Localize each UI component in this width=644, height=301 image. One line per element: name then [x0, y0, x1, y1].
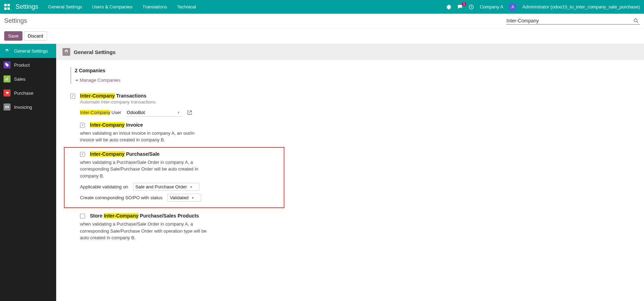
sidebar-item-invoicing[interactable]: Invoicing [0, 100, 56, 114]
activities-icon[interactable] [468, 4, 474, 10]
intercompany-user-row: Inter-Company User ▼ [80, 109, 281, 116]
menu-translations[interactable]: Translations [143, 4, 167, 9]
applicable-on-select[interactable]: Sale and Purchase Order ▾ [133, 183, 200, 191]
setting-title: Inter-Company Purchase/Sale [90, 151, 159, 157]
sidebar-item-purchase[interactable]: Purchase [0, 86, 56, 100]
navbar-menu: General Settings Users & Companies Trans… [48, 4, 196, 9]
chevron-down-icon: ▾ [190, 185, 192, 189]
chart-icon [4, 75, 11, 82]
intercompany-user-select[interactable] [126, 109, 182, 116]
money-icon [4, 103, 11, 111]
section-title: General Settings [74, 49, 116, 55]
settings-body: 2 Companies Manage Companies Inter-Compa… [56, 60, 295, 257]
external-link-icon[interactable] [187, 110, 192, 115]
save-button[interactable]: Save [4, 31, 22, 41]
checkbox-invoice[interactable] [80, 123, 85, 128]
search-wrap [506, 17, 640, 25]
search-input[interactable] [506, 18, 632, 24]
content: General Settings 2 Companies Manage Comp… [56, 44, 644, 301]
section-header: General Settings [56, 44, 644, 60]
manage-companies-label: Manage Companies [80, 78, 120, 83]
gear-icon [4, 47, 11, 54]
companies-block: 2 Companies Manage Companies [70, 67, 281, 84]
field-label: Create corresponding SO/PO with status [80, 195, 163, 200]
svg-point-1 [634, 19, 637, 22]
setting-store-products: Store Inter-Company Purchase/Sales Produ… [80, 213, 281, 219]
highlight-text: Inter-Company [80, 93, 115, 99]
field-label: Applicable validating on [80, 184, 128, 189]
checkbox-store-products[interactable] [80, 214, 85, 219]
sidebar: General Settings Product Sales Purchase … [0, 44, 56, 301]
navbar-title[interactable]: Settings [15, 3, 38, 11]
companies-count: 2 Companies [75, 68, 281, 73]
setting-title: Inter-Company Invoice [90, 122, 143, 128]
chevron-down-icon: ▾ [192, 196, 194, 200]
status-select[interactable]: Validated ▾ [167, 194, 201, 202]
company-selector[interactable]: Company A [480, 4, 503, 9]
highlight-box: Inter-Company Purchase/Sale when validat… [64, 147, 284, 208]
control-panel: Settings [0, 14, 644, 28]
sidebar-item-product[interactable]: Product [0, 58, 56, 72]
sidebar-item-general[interactable]: General Settings [0, 44, 56, 58]
setting-intercompany-invoice: Inter-Company Invoice [80, 122, 281, 128]
setting-title: Inter-Company Transactions [80, 93, 281, 99]
setting-desc: Automate inter-company transactions [80, 99, 281, 105]
button-row: Save Discard [0, 28, 644, 44]
setting-help: when validating a Purchase/Sale Order in… [80, 159, 206, 180]
setting-intercompany-purchase-sale: Inter-Company Purchase/Sale [80, 151, 281, 158]
setting-help: when validating a Purchase/Sale Order in… [80, 221, 213, 241]
user-menu[interactable]: Administrator (odoo15_to_inter_company_s… [522, 4, 640, 9]
manage-companies-link[interactable]: Manage Companies [75, 78, 120, 83]
sidebar-item-label: Product [14, 62, 30, 68]
sidebar-item-label: Invoicing [14, 105, 32, 110]
sidebar-item-label: General Settings [14, 48, 48, 54]
apps-icon[interactable] [4, 4, 11, 10]
sidebar-item-label: Sales [14, 76, 26, 82]
field-label: Inter-Company User [80, 110, 121, 115]
messages-icon[interactable]: 1 [457, 4, 463, 10]
arrow-right-icon [75, 79, 78, 82]
sidebar-item-sales[interactable]: Sales [0, 72, 56, 86]
setting-help: when validating an in/out invoice in com… [80, 130, 206, 143]
gear-icon [63, 48, 70, 56]
checkbox-purchase-sale[interactable] [80, 152, 85, 157]
status-row: Create corresponding SO/PO with status V… [80, 194, 281, 202]
tag-icon [4, 61, 11, 68]
navbar: Settings General Settings Users & Compan… [0, 0, 644, 14]
avatar[interactable]: A [509, 3, 517, 11]
breadcrumb-title: Settings [4, 17, 27, 25]
debug-icon[interactable] [446, 4, 452, 10]
search-button[interactable] [632, 18, 640, 23]
setting-title: Store Inter-Company Purchase/Sales Produ… [90, 213, 199, 219]
menu-technical[interactable]: Technical [177, 4, 196, 9]
cart-icon [4, 89, 11, 96]
sidebar-item-label: Purchase [14, 91, 33, 96]
messages-badge: 1 [462, 2, 467, 6]
discard-button[interactable]: Discard [24, 31, 47, 41]
menu-users-companies[interactable]: Users & Companies [92, 4, 133, 9]
setting-intercompany-transactions: Inter-Company Transactions Automate inte… [70, 93, 281, 245]
navbar-right: 1 Company A A Administrator (odoo15_to_i… [446, 3, 640, 11]
applicable-on-row: Applicable validating on Sale and Purcha… [80, 183, 281, 191]
main: General Settings Product Sales Purchase … [0, 44, 644, 301]
checkbox-intercompany-transactions[interactable] [70, 94, 75, 99]
menu-general-settings[interactable]: General Settings [48, 4, 82, 9]
